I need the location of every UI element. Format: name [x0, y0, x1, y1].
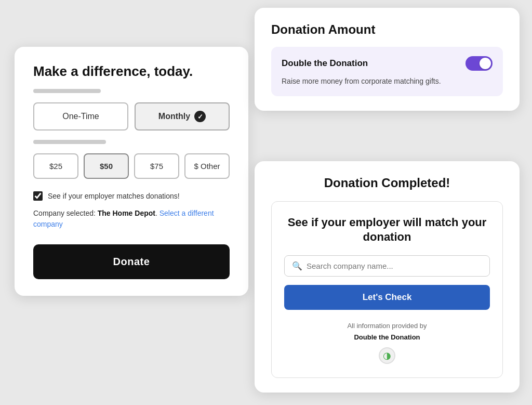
company-selected-info: Company selected: The Home Depot. Select…	[33, 208, 230, 230]
employer-match-inner: See if your employer will match your don…	[271, 201, 503, 378]
amount-other-button[interactable]: $ Other	[184, 153, 230, 179]
company-search-input[interactable]	[307, 262, 482, 270]
dtd-logo: ◑	[284, 347, 490, 364]
donation-form-card: Make a difference, today. One-Time Month…	[15, 47, 248, 296]
donation-completed-card: Donation Completed! See if your employer…	[255, 161, 520, 393]
amount-25-button[interactable]: $25	[33, 153, 78, 179]
company-name: The Home Depot	[98, 209, 155, 217]
donate-button[interactable]: Donate	[33, 244, 230, 279]
form-title: Make a difference, today.	[33, 63, 230, 80]
monthly-label: Monthly	[158, 112, 190, 121]
amount-50-button[interactable]: $50	[84, 153, 129, 179]
toggle-track	[466, 56, 493, 71]
monthly-button[interactable]: Monthly ✓	[135, 102, 230, 130]
double-donation-label: Double the Donation	[282, 58, 368, 69]
donation-amount-title: Donation Amount	[271, 22, 503, 37]
search-icon: 🔍	[292, 261, 302, 271]
lets-check-button[interactable]: Let's Check	[284, 285, 490, 310]
divider-mid	[33, 140, 106, 144]
powered-by: All information provided by Double the D…	[284, 320, 490, 343]
donation-completed-title: Donation Completed!	[271, 176, 503, 191]
dtd-logo-icon: ◑	[379, 347, 395, 364]
toggle-thumb	[480, 58, 491, 69]
amount-75-button[interactable]: $75	[134, 153, 179, 179]
employer-match-label: See if your employer matches donations!	[48, 192, 180, 200]
employer-match-row: See if your employer matches donations!	[33, 191, 230, 201]
double-donation-toggle[interactable]	[466, 56, 493, 71]
company-selected-prefix: Company selected:	[33, 209, 98, 217]
double-donation-description: Raise more money from corporate matching…	[282, 76, 493, 87]
double-donation-box: Double the Donation Raise more money fro…	[271, 47, 503, 96]
match-heading: See if your employer will match your don…	[284, 215, 490, 245]
frequency-selector: One-Time Monthly ✓	[33, 102, 230, 130]
company-search-box: 🔍	[284, 255, 490, 277]
powered-by-line1: All information provided by	[347, 322, 427, 330]
employer-match-checkbox[interactable]	[33, 191, 43, 201]
check-icon: ✓	[194, 111, 206, 122]
one-time-button[interactable]: One-Time	[33, 102, 128, 130]
double-donation-header: Double the Donation	[282, 56, 493, 71]
amount-selector: $25 $50 $75 $ Other	[33, 153, 230, 179]
donation-amount-card: Donation Amount Double the Donation Rais…	[255, 8, 520, 111]
powered-by-brand: Double the Donation	[354, 333, 420, 341]
divider-top	[33, 89, 101, 93]
